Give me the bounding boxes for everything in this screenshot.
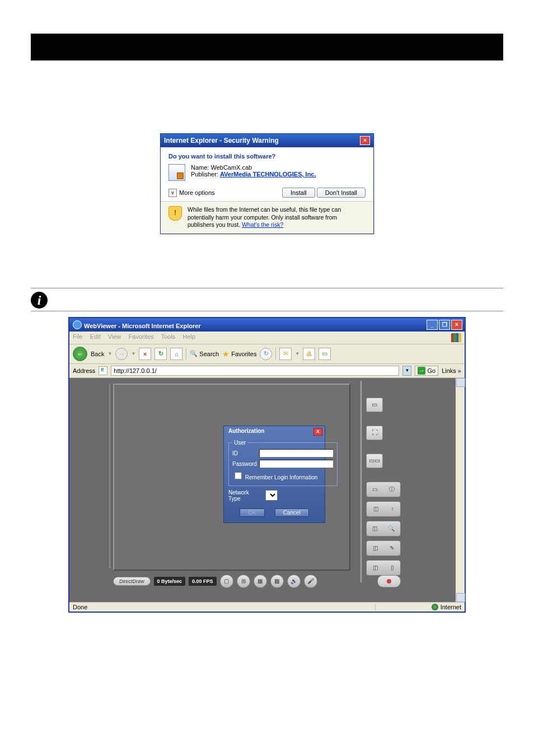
publisher-label: Publisher:: [191, 171, 218, 178]
menu-edit[interactable]: Edit: [90, 333, 101, 340]
channel-info-button[interactable]: ▭ⓘ: [366, 482, 401, 497]
address-label: Address: [73, 367, 95, 374]
chevron-down-icon: v: [168, 189, 177, 197]
go-label: Go: [427, 367, 435, 374]
view-nine-icon[interactable]: ▦: [254, 575, 267, 588]
refresh-icon[interactable]: ↻: [154, 348, 167, 360]
password-input[interactable]: [259, 460, 334, 468]
back-button[interactable]: ←: [73, 347, 87, 361]
menu-help[interactable]: Help: [182, 333, 195, 340]
info-note: i: [31, 292, 503, 309]
go-arrow-icon: →: [418, 367, 425, 375]
install-question: Do you want to install this software?: [168, 153, 366, 160]
auth-title: Authorization: [228, 428, 264, 436]
display-mode-1-button[interactable]: ▭: [366, 398, 383, 412]
user-legend: User: [232, 440, 247, 446]
fullscreen-button[interactable]: ⛶: [366, 426, 383, 440]
render-mode[interactable]: DirectDraw: [113, 577, 151, 586]
view-sixteen-icon[interactable]: ▩: [270, 575, 284, 588]
address-input[interactable]: [111, 366, 399, 376]
browser-content: ▭ ⛶ ▭▭ ▭ⓘ ◫↕ ◫🔍 ◫✎ ◫▯ DirectDraw 0 Byte/…: [69, 378, 465, 602]
home-icon[interactable]: ⌂: [170, 348, 182, 360]
discuss-icon[interactable]: ▭: [318, 348, 331, 360]
authorization-dialog: Authorization × User ID Password: [223, 426, 325, 523]
close-button[interactable]: ×: [451, 320, 462, 330]
back-label: Back: [91, 351, 104, 357]
forward-button[interactable]: →: [115, 348, 128, 360]
file-name: WebCamX.cab: [210, 164, 252, 171]
security-warning-titlebar: Internet Explorer - Security Warning ×: [161, 134, 373, 147]
publisher-link[interactable]: AVerMedia TECHNOLOGIES, Inc.: [220, 171, 316, 178]
auth-ok-button[interactable]: OK: [240, 508, 264, 517]
security-warning-title: Internet Explorer - Security Warning: [164, 137, 279, 144]
auth-cancel-button[interactable]: Cancel: [275, 508, 309, 517]
close-icon[interactable]: ×: [360, 136, 370, 145]
whats-the-risk-link[interactable]: What's the risk?: [242, 221, 283, 228]
links-label[interactable]: Links: [442, 367, 461, 374]
id-label: ID: [232, 450, 259, 456]
windows-flag-icon: [451, 333, 461, 342]
network-type-label: Network Type: [228, 489, 262, 502]
bitrate-display: 0 Byte/sec: [154, 577, 186, 586]
shield-warning-icon: !: [168, 206, 182, 221]
view-single-icon[interactable]: ▢: [220, 575, 233, 588]
toolbar: ← Back ▼ → ▼ × ↻ ⌂ 🔍Search ★Favorites ↻ …: [69, 344, 465, 364]
network-type-select[interactable]: [265, 490, 278, 501]
info-icon: i: [31, 292, 48, 309]
left-panel-strip: [107, 384, 112, 568]
package-icon: [168, 164, 185, 181]
status-text: Done: [73, 604, 87, 610]
dual-display-button[interactable]: ▭▭: [366, 454, 383, 468]
security-warning-dialog: Internet Explorer - Security Warning × D…: [160, 133, 374, 234]
bottom-controls: DirectDraw 0 Byte/sec 0.00 FPS ▢ ⊞ ▦ ▩ 🔊…: [113, 572, 404, 591]
right-panel-strip: [359, 381, 363, 582]
chapter-header-bar: [31, 34, 503, 60]
name-label: Name:: [191, 164, 209, 171]
ie-window: WebViewer - Microsoft Internet Explorer …: [68, 317, 466, 613]
menu-file[interactable]: File: [73, 333, 83, 340]
view-quad-icon[interactable]: ⊞: [237, 575, 250, 588]
quality-button[interactable]: ◫↕: [366, 501, 401, 517]
zoom-button[interactable]: ◫🔍: [366, 521, 401, 536]
password-label: Password: [232, 461, 259, 467]
record-button[interactable]: [377, 575, 401, 587]
snapshot-button[interactable]: ◫✎: [366, 540, 401, 556]
separator: [31, 288, 503, 288]
history-icon[interactable]: ↻: [260, 348, 272, 360]
search-button[interactable]: 🔍Search: [190, 350, 219, 357]
right-panel: ▭ ⛶ ▭▭ ▭ⓘ ◫↕ ◫🔍 ◫✎ ◫▯: [357, 381, 405, 594]
remember-checkbox[interactable]: [235, 472, 242, 479]
go-button[interactable]: →Go: [415, 366, 438, 376]
favorites-button[interactable]: ★Favorites: [222, 349, 256, 358]
mail-icon[interactable]: ✉: [279, 348, 292, 360]
separator: [31, 311, 503, 311]
more-options-toggle[interactable]: v More options: [168, 189, 215, 197]
zone-label: Internet: [441, 604, 461, 610]
vertical-scrollbar[interactable]: [456, 378, 465, 602]
ie-icon: [73, 320, 82, 329]
window-title: WebViewer - Microsoft Internet Explorer: [84, 323, 201, 329]
internet-zone-icon: [432, 604, 438, 610]
more-options-label: More options: [179, 189, 215, 196]
minimize-button[interactable]: _: [427, 320, 438, 330]
print-icon[interactable]: 🖶: [303, 348, 315, 360]
fps-display: 0.00 FPS: [189, 577, 217, 586]
address-bar: Address ▼ →Go Links: [69, 364, 465, 378]
page-icon: [99, 366, 107, 375]
remember-label: Remember Login Information: [245, 474, 318, 480]
mic-icon[interactable]: 🎤: [304, 575, 317, 588]
webcam-viewer: ▭ ⛶ ▭▭ ▭ⓘ ◫↕ ◫🔍 ◫✎ ◫▯ DirectDraw 0 Byte/…: [103, 381, 405, 594]
auth-close-icon[interactable]: ×: [313, 428, 322, 436]
stop-icon[interactable]: ×: [139, 348, 151, 360]
menu-bar: File Edit View Favorites Tools Help: [69, 332, 465, 344]
menu-tools[interactable]: Tools: [161, 333, 176, 340]
address-dropdown-icon[interactable]: ▼: [402, 366, 411, 376]
install-button[interactable]: Install: [282, 188, 315, 198]
id-input[interactable]: [259, 449, 334, 458]
dont-install-button[interactable]: Don't Install: [317, 188, 366, 198]
audio-icon[interactable]: 🔊: [287, 575, 301, 588]
favorites-label: Favorites: [231, 351, 256, 357]
maximize-button[interactable]: ❐: [439, 320, 450, 330]
menu-favorites[interactable]: Favorites: [129, 333, 154, 340]
menu-view[interactable]: View: [108, 333, 121, 340]
